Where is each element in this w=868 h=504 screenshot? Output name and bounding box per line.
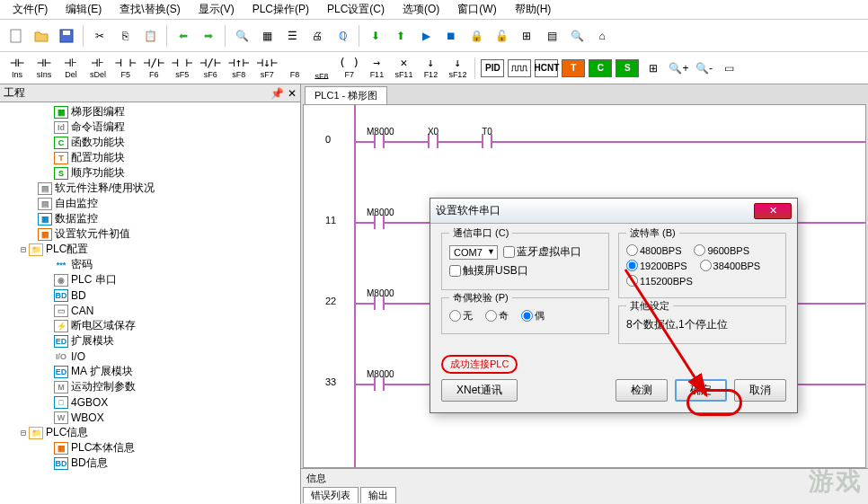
tree-item[interactable]: I/OI/O — [0, 349, 300, 364]
zoom-icon[interactable]: 🔍 — [565, 24, 589, 48]
color-C[interactable]: C — [589, 59, 612, 77]
cancel-button[interactable]: 取消 — [734, 379, 786, 402]
copy-icon[interactable]: ⎘ — [113, 24, 137, 48]
menu-item[interactable]: PLC设置(C) — [318, 0, 394, 19]
menu-item[interactable]: 选项(O) — [394, 0, 448, 19]
menu-item[interactable]: 查找\替换(S) — [111, 0, 189, 19]
tree-item[interactable]: T配置功能块 — [0, 150, 300, 165]
menu-item[interactable]: 编辑(E) — [57, 0, 111, 19]
undo-icon[interactable]: ⬅ — [172, 24, 195, 48]
stop-icon[interactable]: ⏹ — [439, 24, 463, 48]
close-icon[interactable]: ✕ — [754, 203, 792, 219]
tree-item[interactable]: BDBD — [0, 287, 300, 303]
ladder-tool-F11[interactable]: →F11 — [364, 54, 389, 83]
menu-item[interactable]: 窗口(W) — [448, 0, 505, 19]
ladder-icon[interactable]: ⊞ — [515, 24, 538, 48]
tree-item[interactable]: ⚡断电区域保存 — [0, 318, 300, 333]
view-tool[interactable]: 🔍- — [692, 57, 715, 80]
list-icon[interactable]: ☰ — [280, 24, 304, 48]
view-tool[interactable]: ▭ — [717, 57, 740, 80]
tree-item[interactable]: C函数功能块 — [0, 135, 300, 150]
parity-偶[interactable]: 偶 — [521, 309, 545, 323]
sq-PID[interactable]: PID — [481, 59, 504, 77]
pin-icon[interactable]: 📌 — [270, 87, 284, 100]
parity-奇[interactable]: 奇 — [485, 309, 509, 323]
tree-item[interactable]: WWBOX — [0, 410, 300, 425]
ladder-tool-sF11[interactable]: ✕sF11 — [391, 54, 416, 83]
baud-19200BPS[interactable]: 19200BPS — [626, 260, 687, 271]
ladder-tool-sDel[interactable]: ⊣⊦sDel — [85, 54, 111, 83]
tree-item[interactable]: ▦数据监控 — [0, 211, 300, 226]
redo-icon[interactable]: ➡ — [197, 24, 220, 48]
tab-errors[interactable]: 错误列表 — [303, 487, 359, 503]
play-icon[interactable]: ▶ — [414, 24, 438, 48]
menu-item[interactable]: 文件(F) — [4, 0, 57, 19]
grid-icon[interactable]: ▦ — [255, 24, 279, 48]
paste-icon[interactable]: 📋 — [138, 24, 162, 48]
color-T[interactable]: T — [562, 59, 585, 77]
baud-115200BPS[interactable]: 115200BPS — [626, 275, 693, 287]
download-icon[interactable]: ⬇ — [364, 24, 387, 48]
ladder-tool-sF12[interactable]: ↓sF12 — [445, 54, 470, 83]
ladder-tool-Del[interactable]: ⊣⊦Del — [58, 54, 84, 83]
bluetooth-checkbox[interactable]: 蓝牙虚拟串口 — [503, 244, 581, 260]
tree-item[interactable]: ***密码 — [0, 257, 300, 272]
sq-HCNT[interactable]: HCNT — [535, 59, 558, 77]
menu-item[interactable]: 帮助(H) — [506, 0, 561, 19]
dialog-titlebar[interactable]: 设置软件串口 ✕ — [430, 199, 797, 224]
ladder-tool-sF7[interactable]: ⊣↓⊢sF7 — [253, 54, 279, 83]
help-icon[interactable]: ℚ — [331, 24, 354, 48]
ladder-tool-F7[interactable]: ( )F7 — [336, 54, 362, 83]
print-icon[interactable]: 🖨 — [306, 24, 329, 48]
monitor-icon[interactable]: ▤ — [540, 24, 563, 48]
view-tool[interactable]: ⊞ — [642, 57, 665, 80]
save-icon[interactable] — [55, 24, 78, 48]
ok-button[interactable]: 确定 — [675, 379, 727, 402]
tree-item[interactable]: BDBD信息 — [0, 455, 300, 471]
usb-checkbox[interactable]: 触摸屏USB口 — [449, 263, 528, 279]
ladder-tool-sIns[interactable]: ⊣⊢sIns — [31, 54, 57, 83]
ladder-tool-sF8[interactable]: sF8 — [309, 54, 334, 83]
tree-item[interactable]: S顺序功能块 — [0, 165, 300, 181]
tree-item[interactable]: ▤软元件注释/使用状况 — [0, 181, 300, 196]
ladder-tool-sF6[interactable]: ⊣/⊢sF6 — [197, 54, 223, 83]
tab-output[interactable]: 输出 — [360, 487, 396, 503]
parity-无[interactable]: 无 — [449, 309, 473, 323]
ladder-tool-F5[interactable]: ⊣ ⊢F5 — [112, 54, 138, 83]
tree-item[interactable]: ◉PLC 串口 — [0, 272, 300, 287]
tree-item[interactable]: ⊟📁PLC信息 — [0, 425, 300, 440]
view-tool[interactable]: 🔍+ — [667, 57, 690, 80]
port-icon[interactable]: ⌂ — [590, 24, 614, 48]
xnet-button[interactable]: XNet通讯 — [441, 379, 518, 402]
upload-icon[interactable]: ⬆ — [389, 24, 412, 48]
find-icon[interactable]: 🔍 — [230, 24, 253, 48]
tree-item[interactable]: M运动控制参数 — [0, 379, 300, 394]
baud-38400BPS[interactable]: 38400BPS — [700, 260, 761, 271]
tree-item[interactable]: ▤自由监控 — [0, 196, 300, 211]
tree-item[interactable]: ▭CAN — [0, 303, 300, 318]
ladder-tool-sF8[interactable]: ⊣↑⊢sF8 — [226, 54, 252, 83]
tree-item[interactable]: □4GBOX — [0, 394, 300, 410]
tree-item[interactable]: ED扩展模块 — [0, 333, 300, 349]
cut-icon[interactable]: ✂ — [88, 24, 111, 48]
menu-item[interactable]: PLC操作(P) — [244, 0, 318, 19]
tree-item[interactable]: Id命令语编程 — [0, 119, 300, 135]
baud-9600BPS[interactable]: 9600BPS — [694, 244, 748, 256]
close-panel-icon[interactable]: ✕ — [288, 87, 297, 100]
color-S[interactable]: S — [616, 59, 639, 77]
project-tree[interactable]: ▦梯形图编程Id命令语编程C函数功能块T配置功能块S顺序功能块▤软元件注释/使用… — [0, 102, 300, 504]
tree-item[interactable]: ▦梯形图编程 — [0, 104, 300, 119]
ladder-tool-sF5[interactable]: ⊣ ⊢sF5 — [169, 54, 195, 83]
ladder-tool-F8[interactable]: F8 — [282, 54, 307, 83]
open-icon[interactable] — [30, 24, 53, 48]
detect-button[interactable]: 检测 — [616, 379, 668, 402]
tree-item[interactable]: EDMA 扩展模块 — [0, 364, 300, 379]
tree-item[interactable]: ▦PLC本体信息 — [0, 440, 300, 455]
ladder-tool-F6[interactable]: ⊣/⊢F6 — [140, 54, 166, 83]
unlock-icon[interactable]: 🔓 — [490, 24, 513, 48]
lock-icon[interactable]: 🔒 — [465, 24, 488, 48]
ladder-tool-F12[interactable]: ↓F12 — [418, 54, 443, 83]
rung[interactable]: 0M8000X0T0 — [304, 123, 865, 159]
baud-4800BPS[interactable]: 4800BPS — [626, 244, 681, 256]
menu-item[interactable]: 显示(V) — [190, 0, 244, 19]
